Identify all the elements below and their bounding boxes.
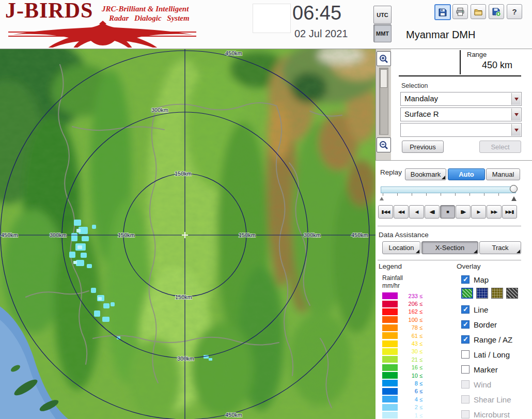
overlay-item-label: Microburst — [474, 410, 510, 419]
station-title: Myanmar DMH — [406, 29, 475, 41]
playback-skip-end-button[interactable]: ▶▶▮ — [502, 205, 517, 219]
zoom-in-button[interactable] — [377, 51, 391, 66]
overlay-item-range-az[interactable]: Range / AZ — [461, 335, 512, 344]
playback-step-forward-button[interactable]: ▮▶ — [456, 205, 471, 219]
mmt-button[interactable]: MMT — [373, 24, 392, 42]
magnifier-plus-icon — [379, 54, 389, 64]
legend-color-swatch — [382, 372, 398, 379]
legend-value: 61 ≤ — [401, 333, 423, 339]
legend-color-swatch — [382, 380, 398, 386]
overlay-item-label: Marker — [474, 365, 498, 374]
map-scrollbar-thumb[interactable] — [380, 69, 387, 88]
checkbox[interactable] — [461, 335, 470, 344]
previous-button[interactable]: Previous — [402, 141, 444, 153]
replay-slider-thumb[interactable] — [510, 185, 518, 193]
legend-row: 1 ≤ — [382, 411, 423, 419]
legend-color-swatch — [382, 356, 398, 363]
separator — [378, 260, 521, 260]
manual-mode-button[interactable]: Manual — [486, 168, 520, 180]
range-value: 450 km — [482, 60, 512, 71]
selection-dropdown-option[interactable] — [400, 123, 522, 137]
xsection-button[interactable]: X-Section — [421, 241, 478, 254]
checkbox[interactable] — [461, 275, 470, 284]
map-scrollbar[interactable] — [379, 68, 388, 135]
map-style-swatch-olive[interactable] — [491, 288, 503, 299]
overlay-item-line[interactable]: Line — [461, 305, 488, 314]
legend-row: 6 ≤ — [382, 387, 423, 395]
checkbox[interactable] — [461, 365, 470, 374]
replay-label: Replay — [380, 168, 402, 176]
map-style-swatch-charcoal[interactable] — [506, 288, 518, 299]
legend-color-swatch — [382, 292, 398, 299]
legend-value: 8 ≤ — [401, 380, 423, 386]
ring-label: 450km — [225, 50, 242, 56]
replay-slider-ticks — [383, 193, 513, 196]
export-button[interactable] — [489, 4, 504, 19]
selection-dropdown-product[interactable]: Surface R — [400, 107, 522, 121]
export-disk-icon — [492, 7, 501, 17]
jbirds-window: J-BIRDS JRC-Brilliant & Intelligent Rada… — [0, 0, 532, 419]
dropdown-arrow-button[interactable] — [511, 93, 521, 105]
control-panel: Replay Bookmark Auto Manual ▮◀◀ ◀◀ ◀ ◀▮ … — [375, 160, 532, 419]
track-button[interactable]: Track — [479, 241, 521, 254]
map-style-swatch-navy[interactable] — [476, 288, 488, 299]
dropdown-arrow-button[interactable] — [511, 108, 521, 120]
playback-fast-forward-button[interactable]: ▶▶ — [487, 205, 502, 219]
logo-title: J-BIRDS — [5, 0, 93, 23]
slider-position-marker — [511, 194, 517, 201]
dropdown-value: Mandalay — [404, 94, 438, 103]
legend-value: 1 ≤ — [401, 412, 423, 418]
replay-slider[interactable] — [380, 184, 520, 201]
playback-skip-start-button[interactable]: ▮◀◀ — [378, 205, 393, 219]
radar-map[interactable]: 450km 300km 150km 450km 300km 150km 150k… — [0, 49, 375, 419]
range-underline — [399, 75, 521, 76]
bookmark-button[interactable]: Bookmark — [405, 168, 446, 180]
legend-value: 16 ≤ — [401, 364, 423, 370]
overlay-item-label: Border — [474, 320, 497, 329]
legend-value: 4 ≤ — [401, 396, 423, 402]
ring-label: 300km — [50, 232, 67, 238]
replay-slider-track[interactable] — [381, 187, 516, 193]
legend-row: 100 ≤ — [382, 316, 423, 323]
zoom-out-button[interactable] — [377, 137, 391, 152]
ring-label: 150km — [175, 294, 192, 300]
help-button[interactable]: ? — [507, 4, 522, 19]
auto-mode-button[interactable]: Auto — [448, 168, 485, 180]
selection-label: Selection — [401, 82, 428, 89]
legend-row: 43 ≤ — [382, 339, 423, 347]
utc-button[interactable]: UTC — [373, 6, 392, 24]
legend-value: 6 ≤ — [401, 388, 423, 394]
legend-title: Legend — [379, 262, 402, 270]
legend-row: 8 ≤ — [382, 379, 423, 387]
checkbox[interactable] — [461, 320, 470, 329]
checkbox[interactable] — [461, 350, 470, 359]
save-button[interactable] — [434, 4, 451, 20]
print-button[interactable] — [452, 4, 468, 19]
overlay-item-microburst: Microburst — [461, 410, 510, 419]
playback-fast-rewind-button[interactable]: ◀◀ — [394, 205, 409, 219]
overlay-item-label: Wind — [474, 380, 491, 389]
legend-value: 30 ≤ — [401, 348, 423, 354]
ring-label: 150km — [239, 232, 256, 238]
playback-play-button[interactable]: ▶ — [471, 205, 486, 219]
open-button[interactable] — [471, 4, 486, 19]
slider-start-marker — [380, 195, 384, 200]
overlay-item-marker[interactable]: Marker — [461, 365, 498, 374]
separator — [378, 226, 521, 226]
station-panel: Range 450 km Selection Mandalay Surface … — [391, 49, 532, 160]
overlay-item-border[interactable]: Border — [461, 320, 497, 329]
playback-play-reverse-button[interactable]: ◀ — [409, 205, 424, 219]
overlay-item-lati-long[interactable]: Lati / Long — [461, 350, 510, 359]
dropdown-arrow-button[interactable] — [511, 124, 521, 136]
ring-label: 450km — [225, 412, 242, 418]
map-style-swatch-green[interactable] — [461, 288, 473, 299]
selection-dropdown-site[interactable]: Mandalay — [400, 92, 522, 106]
overlay-item-label: Lati / Long — [474, 350, 510, 359]
legend-unit-1: Rainfall — [382, 274, 403, 282]
location-button[interactable]: Location — [382, 241, 420, 254]
ring-label: 300km — [304, 232, 321, 238]
playback-stop-button[interactable]: ■ — [440, 205, 455, 219]
playback-step-back-button[interactable]: ◀▮ — [425, 205, 440, 219]
overlay-item-map[interactable]: Map — [461, 275, 489, 284]
checkbox[interactable] — [461, 305, 470, 314]
